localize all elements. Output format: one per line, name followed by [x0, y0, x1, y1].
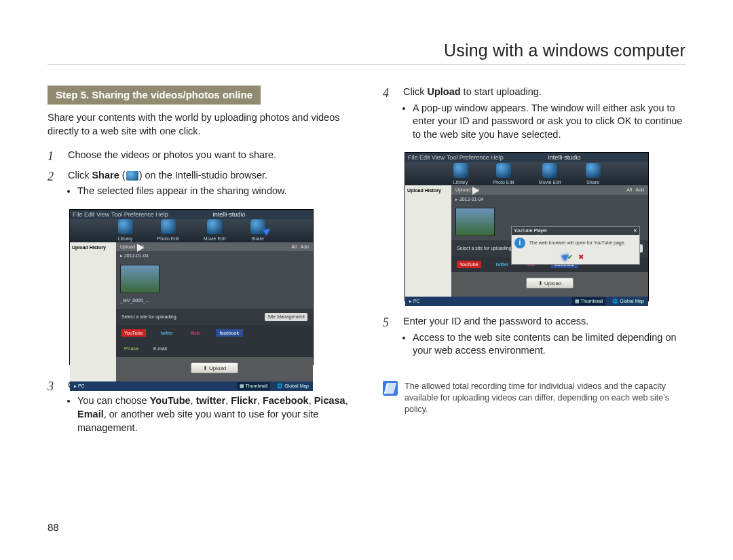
globalmap-tab: 🌐 Global Map	[612, 298, 644, 304]
pc-tab: ▸ PC	[74, 383, 85, 389]
step-number: 4	[383, 86, 395, 148]
screenshot-share-window: File Edit View Tool Preference Help Inte…	[69, 209, 314, 365]
upload-label: Upload	[427, 86, 460, 97]
tab-library: Library	[118, 236, 132, 242]
popup-title: YouTube Player	[514, 228, 547, 233]
paren: (	[119, 170, 126, 181]
tab-share: Share	[251, 236, 264, 242]
thumbnail-tab: ▦ Thumbnail	[572, 297, 606, 305]
app-menu: File Edit View Tool Preference Help	[408, 153, 504, 162]
date-row: ▸ 2012-01-04	[116, 251, 313, 260]
share-label: Share	[92, 170, 119, 181]
facebook-logo: facebook	[216, 329, 243, 337]
page-number: 88	[48, 521, 59, 533]
app-title: Intelli-studio	[548, 153, 580, 162]
step-2-bullet: The selected files appear in the sharing…	[77, 185, 350, 198]
upload-button: ⬆ Upload	[191, 362, 238, 373]
app-title: Intelli-studio	[212, 210, 245, 219]
page-header: Using with a windows computer	[48, 41, 685, 64]
side-header: Upload History	[407, 187, 449, 193]
picasa-logo: Picasa	[121, 345, 141, 352]
flickr-logo: flickr	[188, 329, 203, 337]
share-icon	[126, 171, 138, 181]
step-4-text-b: to start uploading.	[461, 86, 542, 97]
tab-movie: Movie Edit	[204, 236, 226, 242]
side-header: Upload History	[72, 244, 114, 250]
popup-message: The web browser will open for YouTube pa…	[529, 240, 626, 245]
step-number: 5	[383, 315, 395, 365]
popup-window: YouTube Player✕ i The web browser will o…	[511, 226, 640, 265]
tab-photo: Photo Edit	[157, 236, 179, 242]
intro-text: Share your contents with the world by up…	[48, 111, 350, 138]
video-thumbnail	[455, 208, 495, 236]
youtube-logo: YouTube	[121, 329, 146, 337]
youtube-logo: YouTube	[457, 261, 481, 268]
step-number: 1	[48, 149, 60, 164]
info-icon: i	[514, 238, 525, 248]
date-row: ▸ 2012-01-04	[451, 195, 648, 204]
screenshot-popup-window: File Edit View Tool Preference Help Inte…	[405, 152, 649, 301]
cancel-icon: ✖	[578, 253, 584, 261]
toolbar-right: All Add	[291, 244, 309, 250]
tab-library: Library	[453, 179, 468, 185]
upload-button: ⬆ Upload	[526, 278, 574, 288]
tab-photo: Photo Edit	[493, 179, 514, 185]
step-4-text-a: Click	[403, 86, 427, 97]
step-2-tail: ) on the Intelli-studio browser.	[139, 170, 267, 181]
step-2-text: Click	[68, 170, 92, 181]
select-site-label: Select a site for uploading.	[457, 245, 513, 251]
step-4-bullet: A pop-up window appears. The window will…	[413, 102, 685, 142]
thumbnail-tab: ▦ Thumbnail	[237, 382, 271, 390]
note-icon	[383, 381, 398, 396]
select-site-label: Select a site for uploading.	[121, 314, 178, 320]
toolbar-right: All Add	[626, 187, 644, 193]
left-column: Step 5. Sharing the videos/photos online…	[48, 86, 350, 445]
tab-share: Share	[586, 179, 599, 185]
right-column: 4 Click Upload to start uploading. A pop…	[383, 86, 685, 445]
site-mgmt-btn: Site Management	[265, 313, 307, 320]
step-number: 2	[48, 169, 60, 205]
pc-tab: ▸ PC	[409, 298, 420, 304]
step-5-bullet: Access to the web site contents can be l…	[413, 331, 685, 358]
step-1-text: Choose the videos or photos you want to …	[68, 149, 350, 164]
file-name: _MV_0005_...	[116, 297, 313, 303]
header-divider	[48, 64, 685, 65]
twitter-logo: twitter	[493, 261, 512, 268]
note-text: The allowed total recording time for ind…	[405, 381, 685, 415]
step-5-text: Enter your ID and the password to access…	[403, 316, 588, 326]
globalmap-tab: 🌐 Global Map	[277, 383, 309, 389]
app-menu: File Edit View Tool Preference Help	[73, 210, 168, 219]
email-logo: E-mail	[153, 346, 167, 352]
twitter-logo: twitter	[158, 329, 176, 337]
step-banner: Step 5. Sharing the videos/photos online	[48, 86, 261, 105]
tab-movie: Movie Edit	[539, 179, 561, 185]
video-thumbnail	[120, 265, 159, 293]
step-number: 3	[48, 379, 60, 441]
step-3-bullet: You can choose YouTube, twitter, Flickr,…	[77, 394, 350, 434]
